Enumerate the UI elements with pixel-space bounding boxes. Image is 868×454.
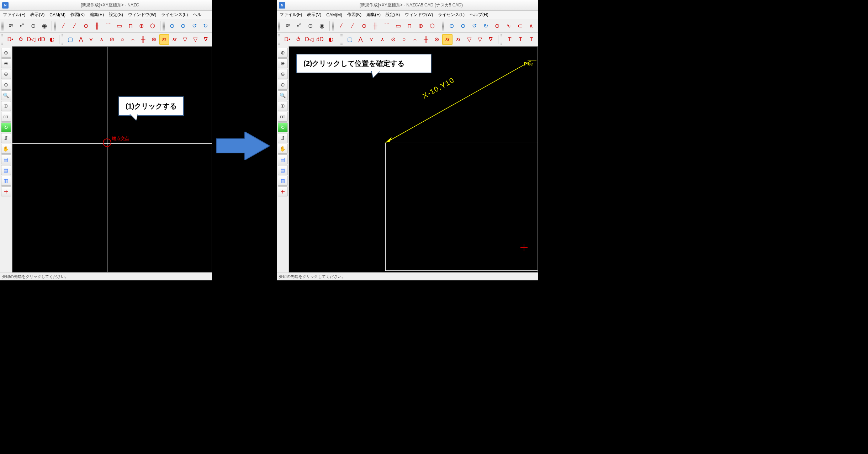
dim3-icon[interactable]: D◁ bbox=[26, 34, 36, 45]
crosshair-icon[interactable]: ⊕ bbox=[416, 21, 426, 31]
extend-icon[interactable]: ⊗ bbox=[432, 34, 442, 45]
trim-icon[interactable]: ╫ bbox=[138, 34, 148, 45]
layer2-icon[interactable]: ▤ bbox=[1, 165, 11, 175]
redo-icon[interactable]: ↻ bbox=[480, 21, 491, 31]
arc-icon[interactable]: ⌒ bbox=[103, 21, 113, 31]
rotate-ccw-icon[interactable]: ⊙ bbox=[167, 21, 177, 31]
valley-icon[interactable]: ⋎ bbox=[366, 34, 377, 45]
grip-icon[interactable] bbox=[340, 35, 343, 44]
line-icon[interactable]: ∕ bbox=[58, 21, 69, 31]
undo-icon[interactable]: ↺ bbox=[189, 21, 199, 31]
menu-edit[interactable]: 編集(E) bbox=[366, 12, 381, 18]
grid-icon[interactable]: ▥ bbox=[278, 176, 288, 186]
parallel-icon[interactable]: ╫ bbox=[370, 21, 381, 31]
peak-icon[interactable]: ⋀ bbox=[355, 34, 366, 45]
hexagon-icon[interactable]: ⬡ bbox=[148, 21, 158, 31]
zoom-in-icon[interactable]: ⊕ bbox=[278, 48, 288, 58]
xy-mode-icon[interactable]: XY bbox=[6, 21, 16, 31]
box-icon[interactable]: ▢ bbox=[65, 34, 75, 45]
dim-icon[interactable]: D• bbox=[282, 34, 293, 45]
menu-license[interactable]: ライセンス(L) bbox=[438, 12, 465, 18]
circle-center-icon[interactable]: ⊙ bbox=[305, 21, 316, 31]
zoom-icon[interactable]: 🔍 bbox=[278, 90, 288, 100]
menu-file[interactable]: ファイル(F) bbox=[280, 12, 302, 18]
zoom-in2-icon[interactable]: ⊕ bbox=[278, 58, 288, 68]
menu-cam[interactable]: CAM(M) bbox=[326, 12, 342, 17]
layer1-icon[interactable]: ▤ bbox=[278, 154, 288, 164]
layer2-icon[interactable]: ▤ bbox=[278, 165, 288, 175]
divide-icon[interactable]: ⊘ bbox=[388, 34, 398, 45]
valley-icon[interactable]: ⋎ bbox=[86, 34, 96, 45]
tri1-icon[interactable]: ▽ bbox=[464, 34, 474, 45]
zoom-in2-icon[interactable]: ⊕ bbox=[1, 58, 11, 68]
swap-icon[interactable]: ⇵ bbox=[1, 133, 11, 143]
circle2-icon[interactable]: ○ bbox=[118, 34, 127, 45]
plus-icon[interactable]: ＋ bbox=[1, 186, 11, 196]
menubar-left[interactable]: ファイル(F) 表示(V) CAM(M) 作図(K) 編集(E) 設定(S) ウ… bbox=[0, 11, 212, 19]
grip-icon[interactable] bbox=[501, 35, 503, 44]
menu-settings[interactable]: 設定(S) bbox=[109, 12, 123, 18]
xy-mode-icon[interactable]: XY bbox=[282, 21, 293, 31]
menu-help[interactable]: ヘル bbox=[193, 12, 201, 18]
redo-icon[interactable]: ↻ bbox=[200, 21, 211, 31]
box-icon[interactable]: ▢ bbox=[345, 34, 355, 45]
menu-license[interactable]: ライセンス(L) bbox=[161, 12, 188, 18]
fit-icon[interactable]: FIT bbox=[278, 112, 288, 122]
line2-icon[interactable]: ∕ bbox=[348, 21, 358, 31]
menu-cam[interactable]: CAM(M) bbox=[49, 12, 65, 17]
dim3-icon[interactable]: D◁ bbox=[304, 34, 314, 45]
grip-icon[interactable] bbox=[442, 21, 444, 31]
rotate-cw-icon[interactable]: ⊙ bbox=[458, 21, 469, 31]
xy-active-icon[interactable]: XY bbox=[159, 34, 169, 45]
tri3-icon[interactable]: ∇ bbox=[486, 34, 496, 45]
plus-icon[interactable]: ＋ bbox=[278, 186, 288, 196]
grip-icon[interactable] bbox=[163, 21, 165, 31]
dim2-icon[interactable]: ⥀ bbox=[16, 34, 26, 45]
layer1-icon[interactable]: ▤ bbox=[1, 154, 11, 164]
menu-settings[interactable]: 設定(S) bbox=[386, 12, 400, 18]
tri3-icon[interactable]: ∇ bbox=[201, 34, 211, 45]
zoom-in-icon[interactable]: ⊕ bbox=[1, 48, 11, 58]
menu-view[interactable]: 表示(V) bbox=[307, 12, 321, 18]
menubar-right[interactable]: ファイル(F) 表示(V) CAM(M) 作図(K) 編集(E) 設定(S) ウ… bbox=[277, 11, 538, 19]
fit-icon[interactable]: FIT bbox=[1, 112, 11, 122]
grip-icon[interactable] bbox=[54, 21, 56, 31]
circle-icon[interactable]: ⊙ bbox=[81, 21, 91, 31]
rotate-ccw-icon[interactable]: ⊙ bbox=[446, 21, 457, 31]
text1-icon[interactable]: T bbox=[504, 34, 515, 45]
menu-draw[interactable]: 作図(K) bbox=[70, 12, 85, 18]
menu-file[interactable]: ファイル(F) bbox=[3, 12, 25, 18]
menu-window[interactable]: ウィンドウ(W) bbox=[405, 12, 433, 18]
dim-icon[interactable]: D• bbox=[5, 34, 15, 45]
xy2-icon[interactable]: XY bbox=[453, 34, 464, 45]
grip-icon[interactable] bbox=[1, 35, 3, 44]
pan-hand-icon[interactable]: ✋ bbox=[1, 144, 11, 154]
target-icon[interactable]: ◉ bbox=[39, 21, 49, 31]
swap-icon[interactable]: ⇵ bbox=[278, 133, 288, 143]
slot-icon[interactable]: ⊓ bbox=[125, 21, 136, 31]
extra2-icon[interactable]: ∿ bbox=[503, 21, 514, 31]
zoom-out-icon[interactable]: ⊖ bbox=[278, 69, 288, 79]
peak-icon[interactable]: ⋀ bbox=[76, 34, 85, 45]
parallel-icon[interactable]: ╫ bbox=[92, 21, 102, 31]
menu-window[interactable]: ウィンドウ(W) bbox=[128, 12, 156, 18]
grip-icon[interactable] bbox=[278, 35, 280, 44]
rotate-cw-icon[interactable]: ⊙ bbox=[178, 21, 188, 31]
zoom-1to1-icon[interactable]: ① bbox=[1, 101, 11, 111]
crosshair-icon[interactable]: ⊕ bbox=[136, 21, 147, 31]
rect-icon[interactable]: ▭ bbox=[114, 21, 125, 31]
menu-view[interactable]: 表示(V) bbox=[30, 12, 44, 18]
angle-icon[interactable]: ◐ bbox=[47, 34, 57, 45]
zoom-out-icon[interactable]: ⊖ bbox=[1, 69, 11, 79]
trim-icon[interactable]: ╫ bbox=[420, 34, 431, 45]
circle-icon[interactable]: ⊙ bbox=[359, 21, 369, 31]
refresh-icon[interactable]: ↻ bbox=[278, 122, 288, 132]
canvas-left[interactable]: 端点交点 (1)クリックする bbox=[12, 46, 212, 273]
text2-icon[interactable]: T bbox=[515, 34, 526, 45]
circle-center-icon[interactable]: ⊙ bbox=[28, 21, 38, 31]
dim4-icon[interactable]: dD bbox=[315, 34, 325, 45]
refresh-icon[interactable]: ↻ bbox=[1, 122, 11, 132]
xy2-icon[interactable]: XY bbox=[170, 34, 179, 45]
arc2-icon[interactable]: ⌢ bbox=[410, 34, 420, 45]
extra3-icon[interactable]: ⊂ bbox=[514, 21, 525, 31]
